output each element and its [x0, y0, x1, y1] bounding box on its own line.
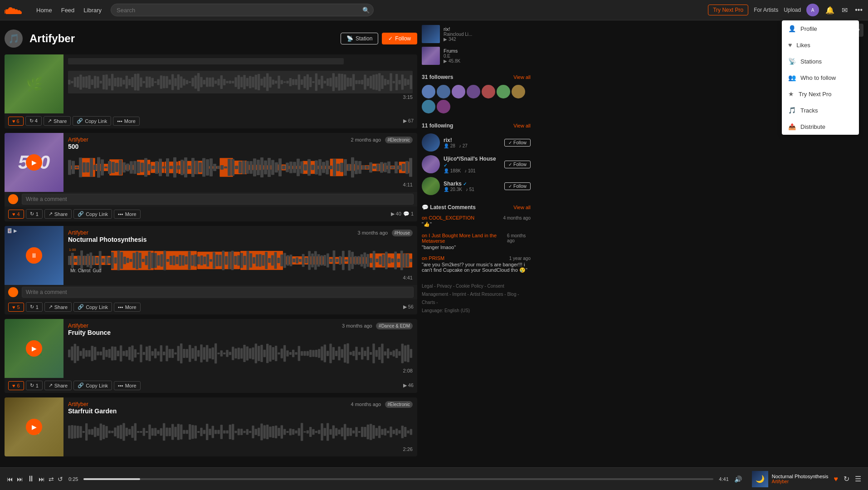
dropdown-who-to-follow[interactable]: 👥 Who to follow	[782, 69, 859, 86]
player-like-button[interactable]: ♥	[834, 475, 839, 483]
following-avatar-0[interactable]	[422, 133, 440, 152]
track-artwork-0[interactable]: 🌿	[5, 54, 63, 113]
follow-small-button-1[interactable]: ✓ Follow	[504, 161, 531, 168]
track-artwork-2[interactable]: 🃏 ▶ 🌙 ⏸	[5, 226, 63, 285]
track-tag-3[interactable]: #Dance & EDM	[376, 323, 413, 329]
track-artwork-3[interactable]: 🌺 ▶	[5, 319, 63, 378]
share-button-2[interactable]: ↗ Share	[44, 302, 72, 312]
player-repost-button[interactable]: ↻	[844, 475, 849, 483]
follower-avatar-1[interactable]	[437, 85, 450, 98]
track-title-3[interactable]: Fruity Bounce	[68, 329, 111, 336]
more-button-1[interactable]: ••• More	[114, 210, 141, 219]
station-button[interactable]: 📡 Station	[341, 33, 378, 44]
like-button-0[interactable]: ♥ 6	[8, 117, 24, 126]
more-button-3[interactable]: ••• More	[114, 381, 141, 390]
waveform-3[interactable]	[68, 340, 413, 367]
player-artwork[interactable]: 🌙	[752, 471, 768, 487]
language-value[interactable]: English (US)	[444, 308, 470, 313]
suggested-track-0[interactable]: rix! Raincloud Li... ▶ 342	[422, 25, 531, 43]
more-button-0[interactable]: ••• More	[113, 117, 140, 126]
for-artists-button[interactable]: For Artists	[754, 7, 778, 13]
track-tag-4[interactable]: #Electronic	[385, 401, 413, 408]
follow-small-button-0[interactable]: ✓ Follow	[504, 139, 531, 147]
following-name-1[interactable]: Ujico*/Snail's House ✓	[444, 156, 501, 168]
follow-small-button-2[interactable]: ✓ Follow	[504, 182, 531, 190]
track-artist-1[interactable]: Artifyber	[68, 137, 88, 143]
follower-avatar-7[interactable]	[422, 100, 435, 113]
share-button-0[interactable]: ↗ Share	[44, 116, 71, 126]
follower-avatar-8[interactable]	[437, 100, 450, 113]
try-pro-button[interactable]: Try Next Pro	[708, 5, 748, 15]
search-input[interactable]	[111, 4, 374, 16]
dropdown-try-next-pro[interactable]: ★ Try Next Pro	[782, 86, 859, 102]
dropdown-distribute[interactable]: 📤 Distribute	[782, 118, 859, 135]
repost-button-2[interactable]: ↻ 1	[26, 302, 43, 312]
follower-avatar-6[interactable]	[512, 85, 525, 98]
following-view-all[interactable]: View all	[513, 123, 531, 128]
messages-button[interactable]: ✉	[841, 5, 848, 15]
profile-avatar-large[interactable]: 🎵	[5, 29, 23, 48]
dropdown-stations[interactable]: 📡 Stations	[782, 53, 859, 69]
track-artist-2[interactable]: Artifyber	[68, 230, 146, 236]
cookie-policy-link[interactable]: Cookie Policy	[456, 284, 483, 289]
track-title-1[interactable]: 500	[68, 143, 88, 150]
following-avatar-2[interactable]	[422, 177, 440, 195]
follow-button[interactable]: ✓ Follow	[382, 33, 417, 44]
comment-input-2[interactable]	[22, 287, 414, 298]
following-avatar-1[interactable]	[422, 155, 440, 173]
comment-input-1[interactable]	[22, 194, 414, 205]
follower-avatar-5[interactable]	[497, 85, 510, 98]
like-button-1[interactable]: ♥ 4	[8, 210, 24, 219]
user-avatar[interactable]: A	[806, 4, 819, 16]
player-repeat-button[interactable]: ↺	[58, 475, 63, 483]
track-tag-1[interactable]: #Electronic	[385, 137, 413, 143]
copy-link-button-1[interactable]: 🔗 Copy Link	[73, 209, 112, 219]
track-artwork-4[interactable]: ⭐ ▶	[5, 397, 63, 456]
share-button-3[interactable]: ↗ Share	[44, 381, 72, 390]
soundcloud-logo[interactable]	[5, 3, 27, 17]
blog-link[interactable]: Blog	[507, 292, 516, 297]
charts-link[interactable]: Charts	[422, 300, 435, 305]
waveform-2[interactable]: 1:00 Mr. CarrotGud	[68, 247, 413, 274]
like-button-3[interactable]: ♥ 6	[8, 381, 24, 390]
share-button-1[interactable]: ↗ Share	[44, 209, 72, 219]
comment-on-1[interactable]: on I Just Bought More Land in the Metave…	[422, 233, 507, 244]
play-button-3[interactable]: ▶	[26, 340, 42, 357]
notifications-button[interactable]: 🔔	[824, 5, 835, 15]
play-button-4[interactable]: ▶	[26, 419, 42, 435]
pause-button-2[interactable]: ⏸	[26, 247, 42, 264]
track-title-2[interactable]: Nocturnal Photosynthesis	[68, 236, 146, 243]
more-button-2[interactable]: ••• More	[114, 303, 141, 312]
following-name-2[interactable]: Sharks ✓	[444, 181, 501, 187]
copy-link-button-2[interactable]: 🔗 Copy Link	[73, 302, 112, 312]
more-options-button[interactable]: •••	[854, 5, 863, 15]
follower-avatar-3[interactable]	[467, 85, 480, 98]
track-artist-4[interactable]: Artifyber	[68, 401, 117, 407]
copy-link-button-3[interactable]: 🔗 Copy Link	[73, 381, 112, 390]
nav-feed[interactable]: Feed	[61, 7, 75, 14]
legal-link[interactable]: Legal	[422, 284, 433, 289]
player-shuffle-button[interactable]: ⇄	[49, 475, 54, 483]
followers-view-all[interactable]: View all	[513, 74, 531, 80]
dropdown-tracks[interactable]: 🎵 Tracks	[782, 102, 859, 118]
suggested-track-1[interactable]: Frums 0.E ▶ 45.8K	[422, 47, 531, 65]
play-button-1[interactable]: ▶	[26, 154, 42, 171]
dropdown-likes[interactable]: ♥ Likes	[782, 37, 859, 53]
upload-button[interactable]: Upload	[784, 7, 801, 13]
waveform-4[interactable]	[68, 418, 413, 446]
nav-home[interactable]: Home	[36, 7, 52, 14]
player-prev-button[interactable]: ⏮	[7, 475, 13, 483]
follower-avatar-2[interactable]	[452, 85, 465, 98]
repost-button-1[interactable]: ↻ 1	[26, 209, 43, 219]
repost-button-3[interactable]: ↻ 1	[26, 381, 43, 390]
comments-view-all[interactable]: View all	[513, 205, 531, 210]
privacy-link[interactable]: Privacy	[437, 284, 452, 289]
player-pause-button[interactable]: ⏸	[27, 474, 35, 484]
imprint-link[interactable]: Imprint	[452, 292, 466, 297]
track-title-4[interactable]: Starfruit Garden	[68, 407, 117, 415]
repost-button-0[interactable]: ↻ 4	[25, 116, 42, 126]
copy-link-button-0[interactable]: 🔗 Copy Link	[73, 116, 111, 126]
comment-on-0[interactable]: on COOL_EXCEPTION	[422, 215, 474, 220]
volume-button[interactable]: 🔊	[734, 475, 742, 483]
player-prev-track-button[interactable]: ⏭	[17, 475, 23, 483]
